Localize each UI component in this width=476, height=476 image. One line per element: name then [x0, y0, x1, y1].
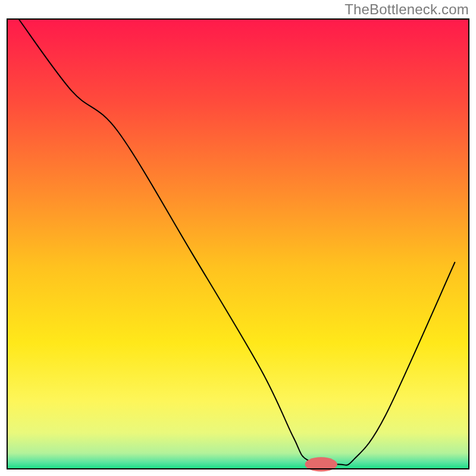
bottleneck-chart — [0, 0, 476, 476]
watermark-text: TheBottleneck.com — [345, 1, 469, 18]
chart-background — [7, 19, 469, 469]
